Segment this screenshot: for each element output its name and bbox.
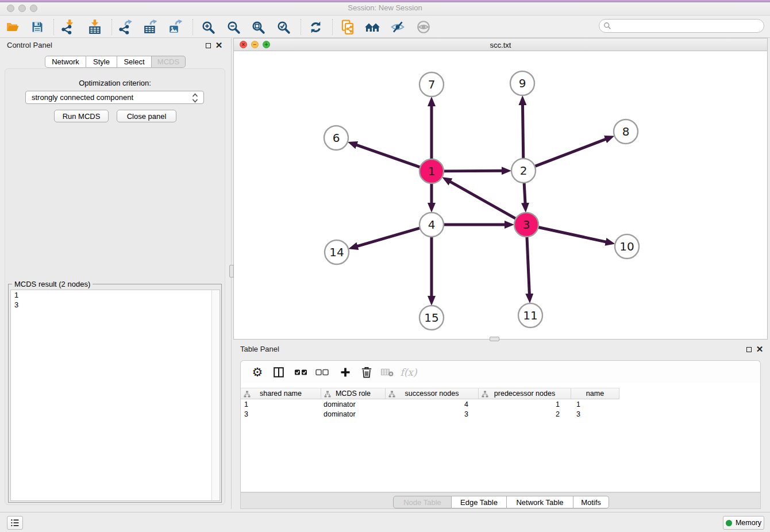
task-history-button[interactable] [7,516,23,530]
refresh-icon [309,20,323,34]
graph-node-label-11: 11 [523,309,537,322]
optimization-criterion-label: Optimization criterion: [0,79,230,87]
select-all-button[interactable] [291,363,311,382]
cell-shared-name[interactable]: 1 [241,399,321,409]
network-window-titlebar[interactable]: × − + scc.txt [234,38,767,51]
memory-button[interactable]: Memory [723,516,764,530]
cell-shared-name[interactable]: 3 [241,409,321,419]
unchecked-boxes-icon [315,368,329,376]
graph-node-label-9: 9 [519,76,526,90]
column-label: successor nodes [405,390,459,398]
tab-motifs[interactable]: Motifs [573,496,609,508]
new-network-from-selection-button[interactable] [337,17,358,37]
column-header-mcds-role[interactable]: MCDS role [321,388,386,399]
criterion-value: strongly connected component [32,93,133,102]
tab-network-table[interactable]: Network Table [507,496,573,508]
tab-edge-table[interactable]: Edge Table [452,496,507,508]
horizontal-splitter-handle[interactable] [490,337,499,341]
cell-predecessor-nodes[interactable]: 1 [479,399,571,409]
graph-edge-1-2[interactable] [443,171,502,171]
tab-style[interactable]: Style [86,56,117,68]
criterion-dropdown[interactable]: strongly connected component [25,91,204,104]
cell-name[interactable]: 3 [571,409,619,419]
column-header-shared-name[interactable]: shared name [241,388,321,399]
column-header-successor-nodes[interactable]: successor nodes [386,388,479,399]
main-toolbar [0,16,770,38]
close-panel-button[interactable]: Close panel [117,110,176,122]
column-header-predecessor-nodes[interactable]: predecessor nodes [479,388,571,399]
network-graph-canvas[interactable]: 7968124314101511 [234,51,767,339]
cell-successor-nodes[interactable]: 3 [386,409,479,419]
control-panel-title: Control Panel [7,41,52,49]
control-panel-close-button[interactable]: ✕ [215,41,223,49]
search-input[interactable] [614,22,757,30]
graph-node-label-15: 15 [424,311,438,325]
tab-mcds[interactable]: MCDS [152,56,186,68]
refresh-view-button[interactable] [305,17,326,37]
import-network-button[interactable] [57,17,78,37]
zoom-fit-button[interactable] [248,17,268,37]
tab-select[interactable]: Select [117,56,152,68]
graph-edge-3-1[interactable] [450,182,516,219]
toolbar-separator [332,19,333,35]
delete-column-button[interactable] [357,363,376,382]
graph-edge-3-10[interactable] [538,227,606,242]
tab-network[interactable]: Network [45,56,86,68]
mcds-result-textarea[interactable]: 1 3 [10,290,220,501]
toolbar-separator [192,19,193,35]
add-column-button[interactable] [336,363,355,382]
cell-mcds-role[interactable]: dominator [321,409,386,419]
export-table-button[interactable] [140,17,161,37]
result-scrollbar[interactable] [211,290,220,500]
function-icon: f(x) [400,367,417,378]
graph-edge-2-8[interactable] [534,139,606,167]
control-panel-float-button[interactable] [204,41,212,49]
vertical-splitter-handle[interactable] [229,265,234,277]
zoom-selected-button[interactable] [273,17,294,37]
function-builder-button[interactable]: f(x) [399,363,418,382]
plus-icon [340,367,351,378]
graph-edge-2-9[interactable] [522,105,523,159]
cell-mcds-role[interactable]: dominator [321,399,386,409]
export-image-button[interactable] [165,17,186,37]
tab-node-table[interactable]: Node Table [393,496,452,508]
result-line: 1 [11,290,220,300]
search-field[interactable] [599,19,764,33]
column-header-name[interactable]: name [571,388,619,399]
run-mcds-button[interactable]: Run MCDS [54,110,109,122]
show-all-button[interactable] [413,17,434,37]
zoom-out-button[interactable] [223,17,244,37]
graph-edge-3-11[interactable] [527,236,529,294]
graph-node-label-7: 7 [428,78,436,91]
first-neighbors-button[interactable] [362,17,383,37]
cell-predecessor-nodes[interactable]: 2 [479,409,571,419]
clear-selection-button[interactable] [313,363,332,382]
graph-node-label-14: 14 [329,245,344,259]
graph-node-label-6: 6 [333,131,340,145]
mcds-result-title: MCDS result (2 nodes) [12,280,93,288]
column-label: name [586,390,604,398]
open-file-button[interactable] [2,17,23,37]
graph-edge-2-3[interactable] [524,182,525,203]
delete-table-button[interactable] [378,363,397,382]
export-network-button[interactable] [115,17,136,37]
memory-status-icon [726,520,732,526]
zoom-in-button[interactable] [198,17,218,37]
import-table-button[interactable] [84,17,105,37]
table-settings-button[interactable]: ⚙ [248,363,267,382]
table-tab-strip: Node Table Edge Table Network Table Moti… [240,492,761,509]
save-session-button[interactable] [27,17,48,37]
graph-edge-4-14[interactable] [357,228,421,246]
table-row[interactable]: 3 dominator 3 2 3 [241,409,619,419]
hide-selected-button[interactable] [387,17,408,37]
trash-icon [361,366,372,379]
column-visibility-button[interactable] [269,363,288,382]
cell-name[interactable]: 1 [571,399,619,409]
graph-node-label-3: 3 [523,218,530,232]
table-row[interactable]: 1 dominator 4 1 1 [241,399,619,409]
table-panel-close-button[interactable]: ✕ [756,345,764,353]
export-network-icon [118,20,133,34]
graph-edge-1-6[interactable] [356,145,421,167]
table-panel-float-button[interactable] [745,345,753,353]
cell-successor-nodes[interactable]: 4 [386,399,479,409]
